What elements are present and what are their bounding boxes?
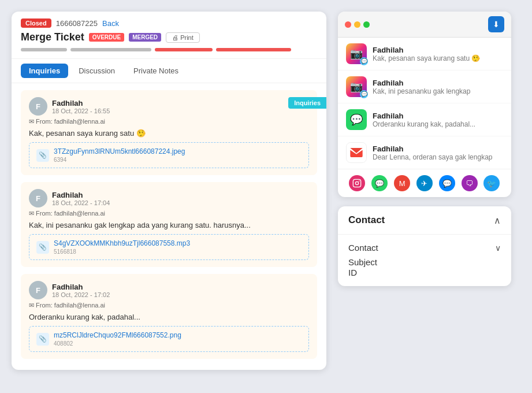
progress-bar: [21, 48, 67, 51]
conv-name: Fadhilah: [373, 46, 503, 54]
attachment-icon: 📎: [36, 241, 49, 254]
header-top: Closed 1666087225 Back: [21, 18, 317, 28]
svg-point-2: [359, 181, 360, 182]
conv-meta: FadhilahKak, ini pesananku gak lengkap: [373, 79, 503, 95]
msg-time: 18 Oct, 2022 - 17:02: [52, 291, 309, 298]
conv-name: Fadhilah: [373, 79, 503, 87]
right-bottom-panel: Contact ∧ Contact ∨ Subject ID: [338, 206, 511, 286]
msg-from: ✉ From: fadhilah@lenna.ai: [29, 118, 309, 125]
avatar: F: [29, 281, 47, 299]
messenger-channel-icon[interactable]: 💬: [439, 175, 455, 191]
conv-item[interactable]: 📷💬FadhilahKak, pesanan saya kurang satu …: [338, 38, 511, 71]
msg-body: Kak, ini pesananku gak lengkap ada yang …: [29, 221, 309, 229]
id-label: ID: [348, 268, 357, 277]
chat-bubble-channel-icon[interactable]: 🗨: [462, 175, 478, 191]
traffic-light-yellow[interactable]: [354, 21, 360, 28]
print-button[interactable]: 🖨 Print: [166, 32, 200, 43]
conv-preview: Dear Lenna, orderan saya gak lengkap: [373, 153, 503, 161]
attachment-size: 5166818: [54, 249, 190, 255]
msg-body: Orderanku kurang kak, padahal...: [29, 313, 309, 321]
channel-icon-instagram: 📷💬: [346, 43, 367, 64]
attachment-info: mz5RClJldreChquo92FMl666087552.png408802: [54, 331, 181, 347]
progress-bars: [21, 48, 317, 51]
message-header: FFadhilah18 Oct, 2022 - 17:02: [29, 281, 309, 299]
conv-meta: FadhilahOrderanku kurang kak, padahal...: [373, 112, 503, 128]
attachment-icon: 📎: [36, 149, 49, 162]
gmail-channel-icon[interactable]: M: [394, 175, 410, 191]
progress-bar: [216, 48, 291, 51]
svg-point-1: [356, 181, 359, 184]
contact-expand-icon[interactable]: ∨: [495, 243, 501, 253]
traffic-light-green[interactable]: [363, 21, 370, 28]
channel-icons-row: 💬M✈💬🗨🐦: [338, 169, 511, 197]
conv-meta: FadhilahKak, pesanan saya kurang satu 🤥: [373, 46, 503, 62]
progress-bar: [70, 48, 151, 51]
msg-name: Fadhilah: [52, 99, 309, 107]
message-card: FFadhilah18 Oct, 2022 - 17:02✉ From: fad…: [21, 274, 317, 359]
subject-row: Subject: [348, 257, 501, 268]
subject-label: Subject: [348, 257, 377, 267]
contact-label: Contact: [348, 243, 378, 253]
attachment[interactable]: 📎mz5RClJldreChquo92FMl666087552.png40880…: [29, 326, 309, 352]
attachment-info: S4gVZXOOkMMKhbh9uzTjl666087558.mp3516681…: [54, 239, 190, 255]
conversation-list: 📷💬FadhilahKak, pesanan saya kurang satu …: [338, 38, 511, 169]
attachment[interactable]: 📎S4gVZXOOkMMKhbh9uzTjl666087558.mp351668…: [29, 234, 309, 260]
attachment[interactable]: 📎3TZzguFynm3lRNUm5kntl666087224.jpeg6394: [29, 142, 309, 168]
page-title: Merge Ticket: [21, 31, 84, 43]
tab-private-notes[interactable]: Private Notes: [125, 64, 187, 78]
attachment-info: 3TZzguFynm3lRNUm5kntl666087224.jpeg6394: [54, 147, 185, 163]
twitter-channel-icon[interactable]: 🐦: [483, 175, 500, 191]
whatsapp-channel-icon[interactable]: 💬: [371, 175, 388, 191]
channel-icon-gmail: [346, 142, 367, 163]
conv-preview: Kak, pesanan saya kurang satu 🤥: [373, 54, 503, 62]
tab-discussion[interactable]: Discussion: [70, 64, 123, 78]
conv-item[interactable]: 💬FadhilahOrderanku kurang kak, padahal..…: [338, 103, 511, 136]
msg-name: Fadhilah: [52, 191, 309, 199]
left-panel: Closed 1666087225 Back Merge Ticket OVER…: [12, 12, 326, 370]
back-link[interactable]: Back: [102, 19, 119, 28]
right-top-panel: ⬇ 📷💬FadhilahKak, pesanan saya kurang sat…: [338, 12, 511, 197]
traffic-light-red[interactable]: [345, 21, 351, 28]
conv-name: Fadhilah: [373, 112, 503, 120]
msg-meta: Fadhilah18 Oct, 2022 - 17:04: [52, 191, 309, 206]
left-header: Closed 1666087225 Back Merge Ticket OVER…: [12, 12, 326, 59]
conv-name: Fadhilah: [373, 144, 503, 153]
main-container: Closed 1666087225 Back Merge Ticket OVER…: [0, 0, 532, 393]
badge-overdue: OVERDUE: [89, 33, 124, 42]
avatar: F: [29, 189, 47, 207]
traffic-lights: [345, 21, 370, 28]
message-header: FFadhilah18 Oct, 2022 - 17:04: [29, 189, 309, 207]
conv-item[interactable]: 📷💬FadhilahKak, ini pesananku gak lengkap: [338, 71, 511, 103]
msg-name: Fadhilah: [52, 283, 309, 291]
contact-collapse-icon[interactable]: ∧: [494, 215, 501, 226]
conv-preview: Orderanku kurang kak, padahal...: [373, 120, 503, 128]
title-row: Merge Ticket OVERDUE MERGED 🖨 Print: [21, 31, 317, 43]
tabs-row: InquiriesDiscussionPrivate Notes: [12, 59, 326, 83]
msg-time: 18 Oct, 2022 - 17:04: [52, 199, 309, 206]
inquiries-tag: Inquiries: [288, 97, 326, 109]
browser-action-icon[interactable]: ⬇: [488, 16, 504, 32]
instagram-channel-icon[interactable]: [349, 175, 365, 191]
conv-meta: FadhilahDear Lenna, orderan saya gak len…: [373, 144, 503, 161]
attachment-size: 6394: [54, 157, 185, 163]
contact-body: Contact ∨ Subject ID: [338, 235, 511, 286]
telegram-channel-icon[interactable]: ✈: [416, 175, 433, 191]
progress-bar: [155, 48, 213, 51]
msg-time: 18 Oct, 2022 - 16:55: [52, 107, 309, 114]
msg-meta: Fadhilah18 Oct, 2022 - 17:02: [52, 283, 309, 298]
channel-icon-whatsapp: 💬: [346, 109, 367, 130]
message-card: FFadhilah18 Oct, 2022 - 16:55✉ From: fad…: [21, 90, 317, 175]
attachment-name: 3TZzguFynm3lRNUm5kntl666087224.jpeg: [54, 147, 185, 155]
conv-item[interactable]: FadhilahDear Lenna, orderan saya gak len…: [338, 136, 511, 169]
attachment-icon: 📎: [36, 333, 49, 346]
msg-from: ✉ From: fadhilah@lenna.ai: [29, 302, 309, 309]
attachment-size: 408802: [54, 340, 181, 347]
contact-row: Contact ∨: [348, 243, 501, 253]
tab-inquiries[interactable]: Inquiries: [21, 64, 68, 78]
contact-section-header: Contact ∧: [338, 206, 511, 235]
avatar: F: [29, 97, 47, 116]
attachment-name: mz5RClJldreChquo92FMl666087552.png: [54, 331, 181, 339]
badge-merged: MERGED: [129, 33, 161, 42]
message-header: FFadhilah18 Oct, 2022 - 16:55: [29, 97, 309, 116]
badge-closed: Closed: [21, 18, 51, 28]
